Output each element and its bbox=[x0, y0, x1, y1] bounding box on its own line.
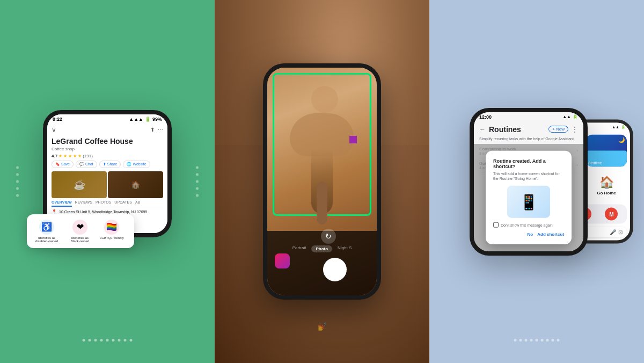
share-btn-icon: ⬆ bbox=[103, 162, 106, 166]
badge-disabled-label: Identifies as disabled-owned bbox=[33, 236, 60, 243]
right-panel: 11:41 ▲▲ 🔋 🚗 Commuting home 🌙 Bedtime bbox=[429, 0, 644, 363]
lens-icon[interactable]: ⊡ bbox=[618, 229, 623, 235]
back-battery-icon: 🔋 bbox=[621, 125, 626, 129]
badge-black-owned: ❤ Identifies as Black-owned bbox=[67, 220, 93, 243]
search-icons: 🎤 ⊡ bbox=[610, 229, 623, 235]
maps-nav: ∨ ⬆ ⋯ bbox=[52, 124, 163, 136]
back-arrow-icon[interactable]: ← bbox=[479, 126, 486, 133]
badges-card: ♿ Identifies as disabled-owned ❤ Identif… bbox=[27, 214, 134, 248]
chat-btn[interactable]: 💬 Chat bbox=[76, 161, 97, 168]
middle-panel: Portrait Photo Night S ↻ bbox=[215, 0, 429, 363]
more-vert-icon[interactable]: ⋮ bbox=[572, 126, 578, 133]
star-half: ★ bbox=[78, 154, 82, 158]
hand-palm bbox=[317, 182, 327, 224]
share-icon[interactable]: ⬆ bbox=[150, 127, 155, 133]
routines-status-icons: ▲▲ 🔋 bbox=[562, 114, 578, 119]
badge-disabled: ♿ Identifies as disabled-owned bbox=[33, 220, 60, 243]
add-shortcut-dialog: Routine created. Add a shortcut? This wi… bbox=[486, 150, 572, 244]
routines-header: ← Routines + New ⋮ bbox=[474, 122, 583, 137]
disabled-icon: ♿ bbox=[39, 220, 54, 235]
battery-icon: 🔋 bbox=[145, 117, 151, 122]
badge-lgbtq-label: LGBTQ+ friendly bbox=[100, 236, 124, 239]
dialog-checkbox-row: Don't show this message again bbox=[493, 222, 564, 228]
rating-value: 4.7 bbox=[52, 154, 57, 158]
dont-show-label: Don't show this message again bbox=[501, 223, 553, 227]
review-count: (191) bbox=[83, 154, 93, 158]
plus-icon: + bbox=[552, 127, 555, 132]
dialog-buttons: No Add shortcut bbox=[493, 232, 564, 237]
tab-reviews[interactable]: REVIEWS bbox=[75, 200, 92, 207]
mic-icon[interactable]: 🎤 bbox=[610, 229, 616, 235]
badge-lgbtq: 🏳️‍🌈 LGBTQ+ friendly bbox=[100, 220, 124, 243]
tabs-row: OVERVIEW REVIEWS PHOTOS UPDATES AB bbox=[52, 200, 163, 207]
routines-status-bar: 12:00 ▲▲ 🔋 bbox=[474, 112, 583, 122]
thumbnail-avatar bbox=[275, 253, 290, 268]
back-chevron-icon[interactable]: ∨ bbox=[52, 126, 56, 134]
dont-show-checkbox[interactable] bbox=[493, 222, 499, 228]
routines-title: Routines bbox=[489, 125, 521, 134]
bookmark-icon: 🔖 bbox=[55, 162, 60, 166]
website-btn[interactable]: 🌐 Website bbox=[123, 161, 150, 168]
tile-bedtime[interactable]: 🌙 Bedtime bbox=[586, 135, 627, 167]
routines-subtitle: Simplify recurring tasks with the help o… bbox=[474, 137, 583, 144]
lgbtq-icon: 🏳️‍🌈 bbox=[104, 220, 119, 235]
dialog-add-shortcut-button[interactable]: Add shortcut bbox=[537, 232, 564, 237]
star-3: ★ bbox=[68, 154, 72, 158]
new-label: New bbox=[556, 127, 565, 132]
routines-battery: 🔋 bbox=[573, 114, 578, 119]
tab-more[interactable]: AB bbox=[135, 200, 140, 207]
gmail-icon[interactable]: M bbox=[605, 208, 618, 221]
wifi-icon: ▲▲ bbox=[612, 125, 619, 129]
web-icon: 🌐 bbox=[127, 162, 131, 166]
dialog-no-button[interactable]: No bbox=[528, 232, 533, 237]
tab-updates[interactable]: UPDATES bbox=[114, 200, 132, 207]
routines-header-left: ← Routines bbox=[479, 125, 521, 134]
routines-time: 12:00 bbox=[479, 114, 492, 120]
save-btn[interactable]: 🔖 Save bbox=[52, 161, 74, 168]
place-type: Coffee shop bbox=[52, 147, 163, 151]
portrait-mode[interactable]: Portrait bbox=[292, 245, 306, 252]
black-owned-icon: ❤ bbox=[72, 220, 87, 235]
new-routine-button[interactable]: + New bbox=[548, 126, 568, 133]
photo-mode[interactable]: Photo bbox=[311, 245, 332, 252]
camera-mode-tabs: Portrait Photo Night S bbox=[292, 245, 352, 252]
dialog-title: Routine created. Add a shortcut? bbox=[493, 158, 564, 169]
camera-bottom-ui: Portrait Photo Night S ↻ bbox=[267, 231, 377, 295]
action-buttons: 🔖 Save 💬 Chat ⬆ Share 🌐 Website bbox=[52, 161, 163, 168]
dialog-body: This will add a home screen shortcut for… bbox=[493, 171, 564, 182]
dialog-illustration: 📱 bbox=[507, 186, 550, 218]
routines-header-right: + New ⋮ bbox=[548, 126, 578, 133]
more-icon[interactable]: ⋯ bbox=[158, 127, 163, 133]
tab-overview[interactable]: OVERVIEW bbox=[52, 200, 72, 207]
star-1: ★ bbox=[58, 154, 62, 158]
location-icon: 📍 bbox=[52, 209, 57, 214]
status-time-left: 8:22 bbox=[53, 117, 62, 122]
dot-pattern-left bbox=[83, 339, 133, 342]
share-btn[interactable]: ⬆ Share bbox=[99, 161, 121, 168]
place-name: LeGrand Coffee House bbox=[52, 137, 163, 146]
left-phone-mockup: 8:22 ▲▲▲ 🔋 99% ∨ ⬆ ⋯ LeGrand Coffee H bbox=[43, 110, 172, 237]
moon-icon: 🌙 bbox=[618, 137, 625, 143]
tile-go-home[interactable]: 🏠 Go Home bbox=[586, 169, 627, 201]
tab-photos[interactable]: PHOTOS bbox=[96, 200, 111, 207]
rotate-camera-icon[interactable]: ↻ bbox=[321, 229, 336, 244]
capture-button[interactable] bbox=[323, 258, 347, 281]
star-2: ★ bbox=[63, 154, 67, 158]
routines-body: Commuting to work 3 actions › Going Home… bbox=[474, 144, 583, 251]
purple-dot bbox=[349, 136, 357, 143]
right-phone-main: 12:00 ▲▲ 🔋 ← Routines + New ⋮ Simplify r… bbox=[470, 108, 588, 256]
photos-grid: ☕ 🏠 bbox=[52, 171, 163, 198]
chat-icon: 💬 bbox=[79, 162, 84, 166]
nail-decoration: 💅 bbox=[318, 322, 327, 331]
go-home-label: Go Home bbox=[597, 190, 616, 195]
status-bar-left: 8:22 ▲▲▲ 🔋 99% bbox=[47, 114, 167, 124]
house-icon: 🏠 bbox=[599, 175, 614, 189]
back-status-icons: ▲▲ 🔋 bbox=[612, 125, 626, 129]
left-panel: 8:22 ▲▲▲ 🔋 99% ∨ ⬆ ⋯ LeGrand Coffee H bbox=[0, 0, 215, 363]
stars-row: 4.7 ★ ★ ★ ★ ★ (191) bbox=[52, 154, 163, 158]
photo-2: 🏠 bbox=[108, 171, 163, 198]
phone-shortcut-icon: 📱 bbox=[519, 193, 538, 210]
night-mode[interactable]: Night S bbox=[338, 245, 352, 252]
badge-black-owned-label: Identifies as Black-owned bbox=[67, 236, 93, 243]
star-4: ★ bbox=[73, 154, 77, 158]
